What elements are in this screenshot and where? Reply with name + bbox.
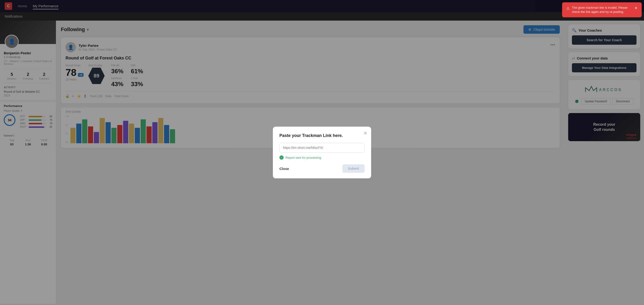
warning-icon: ⚠ <box>566 6 570 11</box>
modal-success-message: ✓ Report sent for processing <box>280 156 364 160</box>
modal-close-button[interactable]: ✕ <box>364 130 368 136</box>
modal-footer: Close Submit <box>280 164 364 173</box>
modal-overlay[interactable]: Paste your Trackman Link here. ✕ ✓ Repor… <box>0 0 644 305</box>
trackman-link-input[interactable] <box>280 143 364 152</box>
error-toast: ⚠ The given trackman link is invalid. Pl… <box>562 2 642 17</box>
error-toast-close-button[interactable]: ✕ <box>634 6 638 11</box>
error-toast-message: The given trackman link is invalid. Plea… <box>572 6 632 14</box>
modal-submit-button[interactable]: Submit <box>342 164 364 173</box>
modal-close-text-button[interactable]: Close <box>280 167 289 171</box>
trackman-modal: Paste your Trackman Link here. ✕ ✓ Repor… <box>273 127 371 178</box>
success-text: Report sent for processing <box>286 156 321 160</box>
success-checkmark-icon: ✓ <box>280 156 284 160</box>
modal-title: Paste your Trackman Link here. <box>280 133 364 138</box>
